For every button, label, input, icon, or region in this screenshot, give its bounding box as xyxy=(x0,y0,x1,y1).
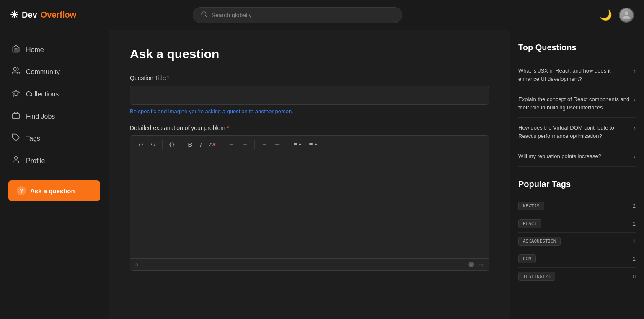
toolbar-separator-3 xyxy=(222,140,222,149)
tag-row-askaquestion: ASKAQUESTION 1 xyxy=(518,233,636,250)
sidebar-item-home-label: Home xyxy=(26,46,44,54)
community-icon xyxy=(12,67,20,77)
main-content: Ask a question Question Title* Be specif… xyxy=(109,30,510,319)
numbered-list-button[interactable]: ≣ ▾ xyxy=(306,140,320,149)
tags-list: NEXTJS 2 REACT 1 ASKAQUESTION 1 DOM 1 TE… xyxy=(518,197,636,285)
question-arrow-4: › xyxy=(634,153,636,160)
editor-body[interactable] xyxy=(130,153,489,258)
sidebar-item-community-label: Community xyxy=(26,68,60,76)
header: ✳ Dev Overflow Search globally 🌙 xyxy=(0,0,644,30)
theme-toggle-button[interactable]: 🌙 xyxy=(600,9,612,21)
tag-row-testing123: TESTING123 0 xyxy=(518,268,636,285)
sidebar-item-home[interactable]: Home xyxy=(0,39,109,61)
italic-button[interactable]: I xyxy=(197,139,204,150)
profile-icon xyxy=(12,156,20,166)
sidebar-item-collections-label: Collections xyxy=(26,91,59,98)
editor-footer: p t tiny xyxy=(130,258,489,270)
tag-testing123[interactable]: TESTING123 xyxy=(518,272,555,281)
question-item-1[interactable]: What is JSX in React, and how does it en… xyxy=(518,61,636,89)
sidebar-item-tags-label: Tags xyxy=(26,135,40,143)
sidebar-item-tags[interactable]: Tags xyxy=(0,127,109,150)
tag-row-dom: DOM 1 xyxy=(518,250,636,268)
top-questions-list: What is JSX in React, and how does it en… xyxy=(518,61,636,167)
editor-paragraph-indicator: p xyxy=(135,262,138,267)
logo-dev: Dev xyxy=(22,10,37,20)
avatar[interactable] xyxy=(619,8,634,23)
tag-nextjs-count: 2 xyxy=(633,203,636,209)
svg-text:t: t xyxy=(471,263,472,266)
tag-askaquestion[interactable]: ASKAQUESTION xyxy=(518,237,561,246)
rich-text-editor: ↩ ↪ {} B I A ▾ xyxy=(130,135,489,271)
ask-question-label: Ask a question xyxy=(30,187,75,195)
question-text-1: What is JSX in React, and how does it en… xyxy=(518,67,629,83)
sidebar-item-community[interactable]: Community xyxy=(0,61,109,83)
svg-rect-4 xyxy=(13,114,20,119)
redo-button[interactable]: ↪ xyxy=(148,140,159,150)
svg-point-0 xyxy=(202,12,206,16)
bullet-list-button[interactable]: ≣ ▾ xyxy=(290,140,304,149)
sidebar-item-collections[interactable]: Collections xyxy=(0,83,109,105)
tag-askaquestion-count: 1 xyxy=(633,238,636,244)
header-right: 🌙 xyxy=(600,8,634,23)
tag-dom[interactable]: DOM xyxy=(518,254,536,263)
svg-point-2 xyxy=(13,68,16,71)
bold-button[interactable]: B xyxy=(185,139,195,150)
logo[interactable]: ✳ Dev Overflow xyxy=(10,9,94,21)
right-sidebar: Top Questions What is JSX in React, and … xyxy=(510,30,644,319)
question-title-group: Question Title* Be specific and imagine … xyxy=(130,75,489,114)
undo-button[interactable]: ↩ xyxy=(135,140,146,150)
question-title-hint: Be specific and imagine you're asking a … xyxy=(130,108,489,114)
tag-react-count: 1 xyxy=(633,220,636,227)
sidebar-item-find-jobs-label: Find Jobs xyxy=(26,113,55,120)
tiny-logo: t tiny xyxy=(468,261,484,268)
question-text-2: Explain the concept of React components … xyxy=(518,95,629,112)
sidebar-item-find-jobs[interactable]: Find Jobs xyxy=(0,105,109,127)
align-left-button[interactable] xyxy=(226,140,238,149)
font-color-button[interactable]: A ▾ xyxy=(206,140,219,149)
tags-icon xyxy=(12,133,20,144)
question-text-4: Will my repuation points increase? xyxy=(518,152,629,161)
align-right-button[interactable] xyxy=(258,140,270,149)
toolbar-separator-1 xyxy=(162,140,163,149)
question-text-3: How does the Virtual DOM contribute to R… xyxy=(518,124,629,140)
tag-dom-count: 1 xyxy=(633,256,636,262)
top-questions-title: Top Questions xyxy=(518,43,636,52)
popular-tags-title: Popular Tags xyxy=(518,179,636,189)
align-center-button[interactable] xyxy=(239,140,251,149)
question-title-label: Question Title* xyxy=(130,75,489,81)
avatar-image xyxy=(620,8,633,22)
svg-point-6 xyxy=(15,157,18,160)
question-arrow-3: › xyxy=(634,124,636,131)
code-button[interactable]: {} xyxy=(166,140,178,149)
question-item-2[interactable]: Explain the concept of React components … xyxy=(518,89,636,118)
svg-marker-3 xyxy=(13,90,20,96)
search-icon xyxy=(201,11,207,19)
svg-line-1 xyxy=(205,16,207,17)
explanation-group: Detailed explanation of your problem* ↩ … xyxy=(130,124,489,271)
toolbar-separator-2 xyxy=(181,140,181,149)
tag-row-react: REACT 1 xyxy=(518,215,636,233)
collections-icon xyxy=(12,89,20,99)
toolbar-separator-4 xyxy=(254,140,255,149)
search-placeholder-text: Search globally xyxy=(212,12,252,18)
align-justify-button[interactable] xyxy=(272,140,283,149)
tag-testing123-count: 0 xyxy=(633,273,636,280)
sidebar-item-profile-label: Profile xyxy=(26,157,45,165)
question-arrow-1: › xyxy=(634,67,636,74)
toolbar-separator-5 xyxy=(287,140,287,149)
logo-overflow: Overflow xyxy=(41,10,77,20)
search-bar[interactable]: Search globally xyxy=(193,7,402,23)
tag-react[interactable]: REACT xyxy=(518,219,541,228)
question-item-3[interactable]: How does the Virtual DOM contribute to R… xyxy=(518,118,636,146)
ask-question-icon: ? xyxy=(17,186,26,195)
page-title: Ask a question xyxy=(130,47,489,61)
sidebar-item-profile[interactable]: Profile xyxy=(0,150,109,172)
tag-nextjs[interactable]: NEXTJS xyxy=(518,202,544,210)
question-title-input[interactable] xyxy=(130,86,489,105)
ask-question-button[interactable]: ? Ask a question xyxy=(8,180,100,201)
question-item-4[interactable]: Will my repuation points increase? › xyxy=(518,146,636,167)
home-icon xyxy=(12,44,20,55)
popular-tags-section: Popular Tags NEXTJS 2 REACT 1 ASKAQUESTI… xyxy=(518,179,636,285)
explanation-label: Detailed explanation of your problem* xyxy=(130,124,489,131)
tag-row-nextjs: NEXTJS 2 xyxy=(518,197,636,215)
